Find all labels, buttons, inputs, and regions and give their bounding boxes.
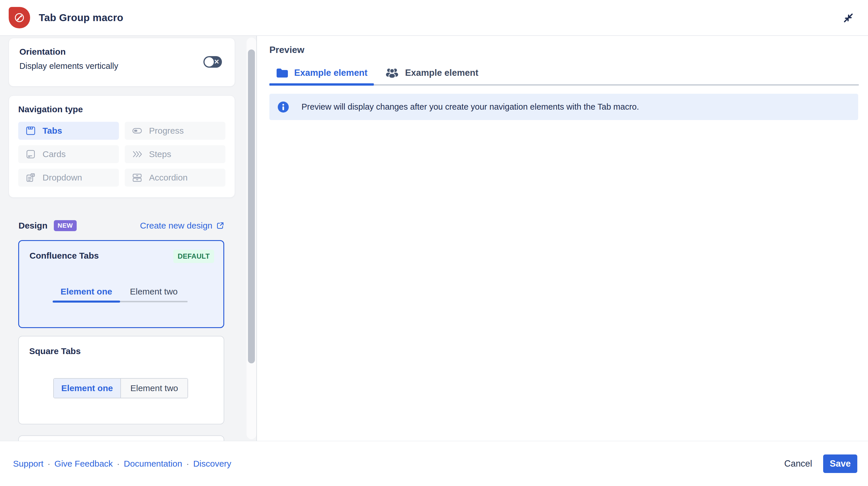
- preview-tab-label: Example element: [294, 68, 368, 78]
- design-title: Design: [19, 221, 48, 231]
- orientation-title: Orientation: [20, 47, 224, 57]
- info-icon: [278, 101, 289, 112]
- nav-option-label: Steps: [149, 149, 171, 159]
- active-underline: [53, 300, 120, 302]
- progress-icon: [132, 126, 142, 136]
- panel-scrollbar-thumb[interactable]: [248, 50, 255, 363]
- give-feedback-link[interactable]: Give Feedback: [54, 459, 113, 468]
- link-separator: ·: [48, 459, 50, 468]
- tab-group-macro-dialog: Tab Group macro Orientation Display elem…: [0, 0, 868, 486]
- orientation-card: Orientation Display elements vertically …: [9, 38, 235, 87]
- create-new-design-link[interactable]: Create new design: [140, 221, 224, 231]
- discovery-link[interactable]: Discovery: [193, 459, 231, 468]
- design-section-header: Design NEW Create new design: [9, 218, 235, 233]
- nav-option-label: Progress: [149, 126, 184, 136]
- design-option-name: Confluence Tabs: [30, 251, 99, 261]
- banner-message: Preview will display changes after you c…: [302, 102, 639, 112]
- collapse-dialog-button[interactable]: [840, 10, 857, 26]
- design-preview-tab-two: Element two: [120, 287, 187, 296]
- nav-option-dropdown[interactable]: Dropdown: [18, 169, 119, 187]
- nav-option-label: Accordion: [149, 173, 187, 183]
- tabs-icon: [26, 126, 36, 136]
- orientation-description: Display elements vertically: [20, 61, 224, 71]
- design-preview-tab-one: Element one: [53, 287, 120, 296]
- app-logo: [9, 7, 30, 28]
- link-separator: ·: [117, 459, 120, 468]
- preview-tab-2[interactable]: Example element: [374, 62, 478, 84]
- preview-info-banner: Preview will display changes after you c…: [269, 94, 858, 120]
- nav-option-progress[interactable]: Progress: [125, 122, 225, 140]
- navigation-type-grid: Tabs Progress: [18, 122, 225, 187]
- navigation-type-title: Navigation type: [18, 104, 225, 114]
- inactive-underline: [120, 301, 187, 302]
- design-option-partial-card[interactable]: [18, 435, 224, 441]
- design-preview-button-two: Element two: [121, 379, 187, 398]
- link-separator: ·: [186, 459, 189, 468]
- dialog-footer: Support · Give Feedback · Documentation …: [0, 441, 868, 486]
- dialog-title: Tab Group macro: [39, 12, 123, 24]
- save-button[interactable]: Save: [823, 454, 857, 473]
- vertical-orientation-toggle[interactable]: ✕: [204, 56, 222, 68]
- create-new-design-label: Create new design: [140, 221, 212, 231]
- preview-pane: Preview Example element: [257, 36, 868, 441]
- design-preview-buttons: Element one Element two: [53, 378, 188, 398]
- preview-title: Preview: [269, 44, 304, 55]
- design-preview-underline: [53, 300, 187, 303]
- documentation-link[interactable]: Documentation: [124, 459, 182, 468]
- navigation-type-card: Navigation type Tabs: [9, 95, 235, 198]
- design-option-confluence-tabs[interactable]: Confluence Tabs DEFAULT Element one Elem…: [18, 240, 224, 328]
- active-tab-underline: [269, 83, 374, 86]
- external-link-icon: [216, 221, 224, 230]
- design-preview-button-one: Element one: [54, 379, 121, 398]
- toggle-knob: [205, 57, 214, 67]
- settings-panel: Orientation Display elements vertically …: [0, 36, 257, 441]
- preview-tab-label: Example element: [405, 68, 478, 78]
- nav-option-label: Dropdown: [42, 173, 82, 183]
- compass-icon: [13, 11, 26, 24]
- nav-option-steps[interactable]: Steps: [125, 145, 225, 163]
- cards-icon: [26, 149, 36, 159]
- nav-option-label: Tabs: [42, 126, 62, 136]
- people-icon: [385, 67, 399, 79]
- support-link[interactable]: Support: [13, 459, 43, 468]
- steps-icon: [132, 149, 142, 159]
- design-preview-tabs: Element one Element two: [53, 287, 187, 296]
- collapse-icon: [842, 11, 855, 25]
- footer-links: Support · Give Feedback · Documentation …: [13, 459, 231, 468]
- folder-icon: [276, 67, 288, 78]
- nav-option-tabs[interactable]: Tabs: [18, 122, 119, 140]
- dialog-header: Tab Group macro: [0, 0, 868, 36]
- design-option-square-tabs[interactable]: Square Tabs Element one Element two: [18, 336, 224, 424]
- new-badge: NEW: [54, 220, 77, 231]
- preview-tabbar: Example element Example element: [269, 62, 859, 86]
- preview-tab-1[interactable]: Example element: [269, 62, 374, 84]
- cancel-button[interactable]: Cancel: [777, 454, 819, 474]
- default-badge: DEFAULT: [173, 250, 214, 263]
- accordion-icon: [132, 173, 142, 183]
- nav-option-label: Cards: [42, 149, 66, 159]
- toggle-off-x-icon: ✕: [214, 58, 219, 66]
- nav-option-cards[interactable]: Cards: [18, 145, 119, 163]
- nav-option-accordion[interactable]: Accordion: [125, 169, 225, 187]
- dropdown-icon: [26, 173, 36, 183]
- design-option-name: Square Tabs: [29, 346, 81, 356]
